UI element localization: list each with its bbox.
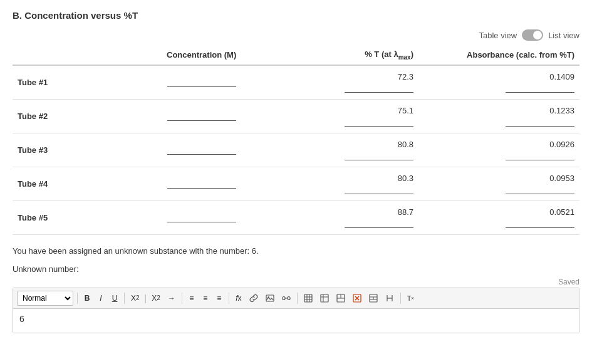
col-header-absorbance: Absorbance (calc. from %T): [418, 46, 579, 65]
table-row: Tube #1 72.3 0.1409: [13, 65, 579, 100]
toolbar-sep-1: [77, 293, 78, 304]
svg-rect-2: [283, 296, 285, 299]
toolbar-sep-6: [400, 293, 401, 304]
section-title: B. Concentration versus %T: [13, 10, 579, 21]
editor-content[interactable]: 6: [13, 309, 579, 333]
row-percentT-5: 88.7: [279, 200, 418, 234]
col-header-concentration: Concentration (M): [125, 46, 279, 65]
row-label-2: Tube #2: [13, 99, 125, 133]
row-concentration-5[interactable]: [125, 200, 279, 234]
table-merge-button[interactable]: [366, 293, 380, 304]
editor-wrapper: Normal B I U X2 | X2 → ≡ ≡ ≡ fx: [13, 288, 579, 333]
toolbar-sep-2: [124, 293, 125, 304]
assigned-text: You have been assigned an unknown substa…: [13, 246, 579, 256]
chain-button[interactable]: [279, 293, 293, 304]
row-label-3: Tube #3: [13, 133, 125, 167]
row-absorbance-1: 0.1409: [418, 65, 579, 100]
bold-button[interactable]: B: [81, 293, 93, 304]
style-select[interactable]: Normal: [17, 291, 73, 306]
table-row: Tube #2 75.1 0.1233: [13, 99, 579, 133]
toolbar-sep-3: [182, 293, 182, 304]
svg-rect-9: [321, 294, 328, 302]
table-col-button[interactable]: [318, 293, 331, 304]
table-insert-button[interactable]: [301, 293, 315, 304]
align-button[interactable]: ≡: [214, 293, 225, 304]
underline-button[interactable]: U: [109, 293, 120, 304]
view-toggle-switch[interactable]: [522, 29, 543, 41]
table-row-button[interactable]: [334, 293, 348, 304]
table-row: Tube #5 88.7 0.0521: [13, 200, 579, 234]
svg-rect-0: [266, 295, 274, 301]
row-absorbance-3: 0.0926: [418, 133, 579, 167]
row-concentration-4[interactable]: [125, 167, 279, 200]
row-percentT-3: 80.8: [279, 133, 418, 167]
svg-rect-3: [288, 296, 290, 299]
row-percentT-2: 75.1: [279, 99, 418, 133]
clear-format-button[interactable]: Tx: [405, 293, 417, 303]
col-header-row: [13, 46, 125, 65]
italic-button[interactable]: I: [95, 293, 106, 304]
image-button[interactable]: [263, 293, 277, 304]
table-delete-button[interactable]: [350, 293, 364, 304]
list-view-label: List view: [548, 31, 579, 40]
superscript-button[interactable]: X2: [149, 293, 163, 304]
col-header-percentT: % T (at λmax): [279, 46, 418, 65]
toolbar-sep-4: [229, 293, 229, 304]
row-concentration-1[interactable]: [125, 65, 279, 100]
row-label-5: Tube #5: [13, 200, 125, 234]
table-row: Tube #3 80.8 0.0926: [13, 133, 579, 167]
unordered-list-button[interactable]: ≡: [200, 293, 211, 304]
link-button[interactable]: [247, 293, 261, 304]
data-table: Concentration (M) % T (at λmax) Absorban…: [13, 46, 579, 235]
row-percentT-1: 72.3: [279, 65, 418, 100]
row-percentT-4: 80.3: [279, 167, 418, 200]
formula-button[interactable]: fx: [233, 293, 244, 304]
row-concentration-3[interactable]: [125, 133, 279, 167]
row-label-1: Tube #1: [13, 65, 125, 100]
table-view-label: Table view: [479, 31, 517, 40]
row-label-4: Tube #4: [13, 167, 125, 200]
unknown-label: Unknown number:: [13, 264, 579, 274]
table-split-button[interactable]: [383, 293, 397, 304]
arrow-button[interactable]: →: [165, 293, 178, 304]
toolbar-sep-5: [297, 293, 298, 304]
saved-label: Saved: [13, 278, 579, 286]
toolbar-sep-inline: |: [145, 293, 147, 303]
row-absorbance-4: 0.0953: [418, 167, 579, 200]
row-absorbance-5: 0.0521: [418, 200, 579, 234]
subscript-button[interactable]: X2: [128, 293, 142, 304]
svg-rect-4: [304, 294, 312, 302]
editor-toolbar: Normal B I U X2 | X2 → ≡ ≡ ≡ fx: [13, 288, 579, 309]
row-absorbance-2: 0.1233: [418, 99, 579, 133]
table-row: Tube #4 80.3 0.0953: [13, 167, 579, 200]
row-concentration-2[interactable]: [125, 99, 279, 133]
ordered-list-button[interactable]: ≡: [186, 293, 197, 304]
